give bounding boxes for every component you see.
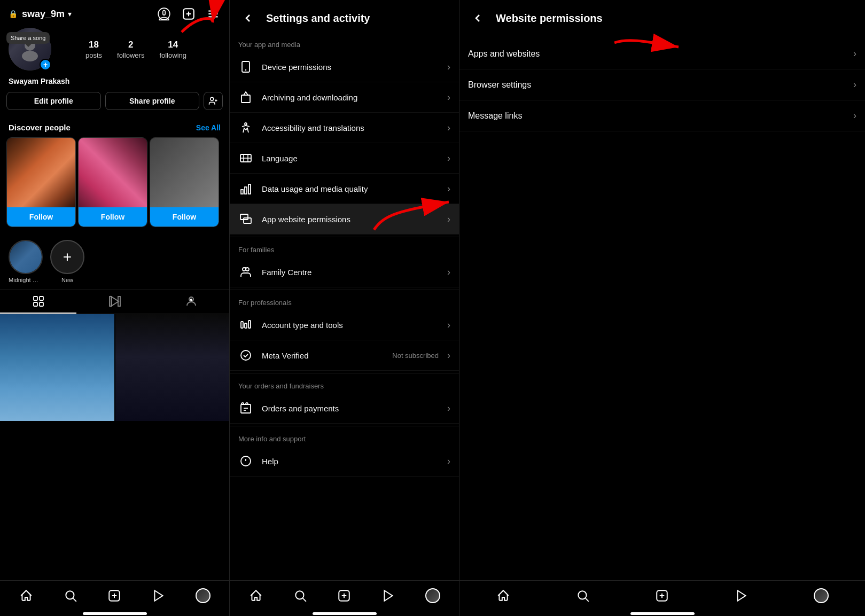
website-title: Website permissions: [496, 12, 603, 25]
settings-item-device[interactable]: Device permissions ›: [230, 52, 459, 82]
nav-add-3[interactable]: [650, 584, 674, 607]
browser-settings-chevron: ›: [853, 79, 856, 90]
tab-reels[interactable]: [76, 290, 153, 314]
nav-reels-1[interactable]: [147, 584, 170, 607]
orders-chevron: ›: [447, 403, 450, 414]
meta-verified-sublabel: Not subscribed: [392, 352, 439, 360]
story-add-circle[interactable]: +: [50, 240, 84, 274]
nav-home-2[interactable]: [244, 584, 268, 607]
svg-marker-25: [154, 590, 162, 601]
grid-image-2[interactable]: [115, 314, 230, 421]
follow-button-1[interactable]: Follow: [7, 207, 75, 227]
nav-avatar-2: [425, 588, 440, 603]
person-card-3: Follow: [150, 137, 219, 227]
settings-panel: Settings and activity Your app and media…: [230, 0, 459, 616]
settings-item-app-website[interactable]: App website permissions ›: [230, 204, 459, 235]
nav-reels-2[interactable]: [377, 584, 400, 607]
help-icon: [238, 454, 253, 469]
settings-item-accessibility[interactable]: Accessibility and translations ›: [230, 113, 459, 143]
add-story-button[interactable]: +: [40, 59, 51, 71]
app-website-icon: [238, 212, 253, 227]
settings-item-archive[interactable]: Archiving and downloading ›: [230, 82, 459, 113]
share-profile-button[interactable]: Share profile: [105, 92, 200, 110]
message-links-chevron: ›: [853, 110, 856, 121]
tab-tagged[interactable]: [153, 290, 229, 314]
nav-home-3[interactable]: [492, 584, 515, 607]
settings-item-account-type[interactable]: Account type and tools ›: [230, 310, 459, 340]
follow-button-3[interactable]: Follow: [150, 207, 219, 227]
following-stat[interactable]: 14 following: [159, 40, 186, 59]
language-icon: [238, 151, 253, 166]
story-item-1[interactable]: Midnight Musin...: [9, 240, 43, 283]
story-item-new[interactable]: + New: [50, 240, 84, 283]
settings-item-data[interactable]: Data usage and media quality ›: [230, 174, 459, 204]
person-card-image-2: [79, 138, 147, 207]
nav-add-2[interactable]: [332, 584, 356, 607]
meta-verified-icon: [238, 348, 253, 363]
device-label: Device permissions: [262, 63, 439, 72]
settings-item-language[interactable]: Language ›: [230, 143, 459, 174]
story-circle-1: [9, 240, 43, 274]
add-post-icon[interactable]: [181, 6, 196, 21]
profile-action-buttons: Edit profile Share profile: [0, 92, 229, 119]
data-chevron: ›: [447, 183, 450, 194]
settings-back-button[interactable]: [238, 9, 258, 28]
settings-item-meta-verified[interactable]: Meta Verified Not subscribed ›: [230, 340, 459, 371]
chevron-down-icon: ▾: [68, 10, 72, 18]
username-row[interactable]: 🔒 sway_9m ▾: [9, 9, 72, 20]
discover-header: Discover people See All: [0, 119, 229, 137]
website-header: Website permissions: [459, 0, 865, 34]
section-orders: Your orders and fundraisers: [230, 376, 459, 393]
website-items: Apps and websites › Browser settings › M…: [459, 34, 865, 580]
tab-grid[interactable]: [0, 290, 76, 314]
language-chevron: ›: [447, 153, 450, 164]
settings-header: Settings and activity: [230, 0, 459, 34]
settings-item-family[interactable]: Family Centre ›: [230, 257, 459, 287]
nav-search-1[interactable]: [59, 584, 82, 607]
nav-profile-3[interactable]: [809, 584, 833, 607]
archive-chevron: ›: [447, 92, 450, 103]
separator-families: [230, 237, 459, 237]
add-person-button[interactable]: [204, 92, 223, 110]
follow-button-2[interactable]: Follow: [79, 207, 147, 227]
threads-icon[interactable]: [157, 6, 172, 21]
section-more: More info and support: [230, 428, 459, 446]
person-card-image-3: [150, 138, 219, 207]
nav-search-2[interactable]: [289, 584, 312, 607]
website-item-message-links[interactable]: Message links ›: [459, 100, 865, 131]
settings-item-orders[interactable]: Orders and payments ›: [230, 393, 459, 424]
home-bar-1: [83, 612, 147, 615]
website-item-browser[interactable]: Browser settings ›: [459, 69, 865, 100]
nav-reels-3[interactable]: [730, 584, 753, 607]
edit-profile-button[interactable]: Edit profile: [6, 92, 101, 110]
bottom-nav-2: [230, 580, 459, 610]
nav-profile-2[interactable]: [421, 584, 445, 607]
svg-point-41: [241, 350, 251, 360]
orders-label: Orders and payments: [262, 404, 439, 413]
nav-home-1[interactable]: [14, 584, 38, 607]
website-back-button[interactable]: [468, 9, 487, 28]
svg-point-46: [295, 591, 303, 599]
family-icon: [238, 264, 253, 279]
device-icon: [238, 59, 253, 74]
separator-orders: [230, 373, 459, 373]
menu-icon[interactable]: [206, 6, 221, 21]
website-permissions-panel: Website permissions Apps and websites › …: [459, 0, 865, 616]
posts-stat[interactable]: 18 posts: [85, 40, 102, 59]
settings-item-help[interactable]: Help ›: [230, 446, 459, 477]
accessibility-icon: [238, 120, 253, 135]
website-item-apps[interactable]: Apps and websites ›: [459, 38, 865, 69]
svg-rect-33: [248, 184, 251, 194]
orders-icon: [238, 401, 253, 416]
archive-icon: [238, 90, 253, 105]
home-bar-3: [630, 612, 695, 615]
followers-stat[interactable]: 2 followers: [117, 40, 144, 59]
nav-search-3[interactable]: [571, 584, 595, 607]
family-chevron: ›: [447, 267, 450, 278]
nav-profile-1[interactable]: [191, 584, 215, 607]
see-all-link[interactable]: See All: [196, 123, 221, 132]
meta-verified-chevron: ›: [447, 350, 450, 361]
grid-image-1[interactable]: [0, 314, 114, 421]
svg-rect-42: [241, 404, 251, 413]
nav-add-1[interactable]: [103, 584, 126, 607]
